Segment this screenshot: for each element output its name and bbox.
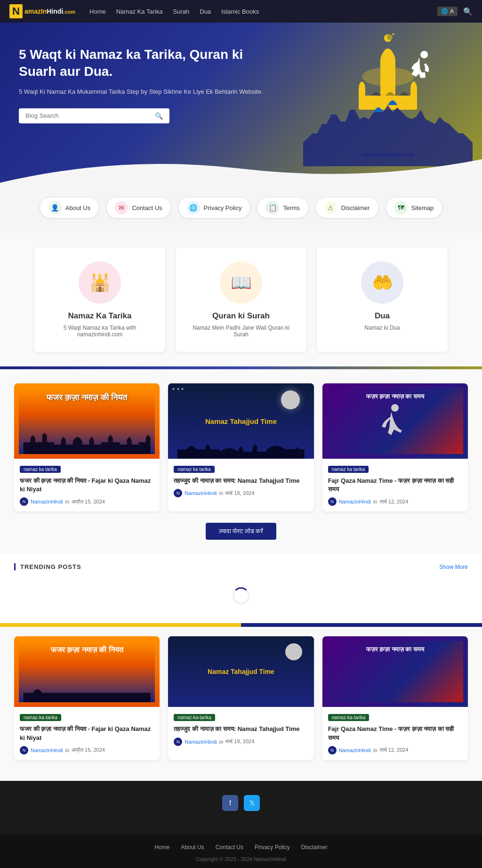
logo-icon: N bbox=[9, 4, 23, 18]
more-post-date-3: मार्च 12, 2024 bbox=[380, 747, 409, 753]
svg-point-9 bbox=[419, 50, 429, 59]
spinner bbox=[233, 587, 249, 604]
search-input[interactable] bbox=[25, 112, 155, 119]
more-post-meta-3: N NamazinHindi in मार्च 12, 2024 bbox=[328, 746, 462, 754]
more-post-date-2: मार्च 19, 2024 bbox=[225, 738, 254, 745]
more-post-title-1: फजर की क़ज़ा नमाज़ की नियत - Fajar ki Qa… bbox=[20, 725, 154, 742]
cat-title-dua: Dua bbox=[326, 311, 438, 321]
translate-button[interactable]: 🌐 A bbox=[437, 7, 458, 16]
quick-link-sitemap[interactable]: 🗺 Sitemap bbox=[386, 197, 443, 219]
post-date-3: मार्च 12, 2024 bbox=[380, 499, 409, 505]
more-post-body-3: namaz-ka-tarika Fajr Qaza Namaz Time - फ… bbox=[322, 707, 468, 760]
more-post-body-2: namaz-ka-tarika तहज्जुद की नामाज़ का समय… bbox=[168, 707, 313, 751]
trending-title: TRENDING POSTS bbox=[20, 563, 81, 570]
terms-icon: 📋 bbox=[266, 201, 279, 214]
quick-link-privacy[interactable]: 🌐 Privacy Policy bbox=[178, 197, 251, 219]
facebook-icon[interactable]: f bbox=[222, 795, 238, 811]
post-author-1: NamazinHindi bbox=[31, 499, 63, 504]
more-post-title-3: Fajr Qaza Namaz Time - फज़र क़ज़ा नमाज़ … bbox=[328, 725, 462, 742]
hero-section: 5 Waqt ki Namaz ka Tarika, Quran ki Suar… bbox=[0, 23, 482, 183]
more-post-tag-1: namaz-ka-tarika bbox=[20, 714, 61, 721]
footer-about[interactable]: About Us bbox=[181, 844, 204, 851]
quick-link-disclaimer[interactable]: ⚠ Disclaimer bbox=[315, 197, 379, 219]
footer-bottom: Home About Us Contact Us Privacy Policy … bbox=[0, 835, 482, 868]
more-post-meta-2: N NamazinHindi in मार्च 19, 2024 bbox=[174, 738, 308, 746]
site-logo[interactable]: N amazInHindi.com bbox=[9, 4, 75, 18]
post-card-3[interactable]: फज़र क़ज़ा नमाज़ का समय namaz ka tarika … bbox=[322, 383, 468, 511]
post-title-1: फजर की क़ज़ा नमाज़ की नियत - Fajar ki Qa… bbox=[20, 477, 154, 494]
quick-link-about[interactable]: 👤 About Us bbox=[40, 197, 99, 219]
nav-right: 🌐 A 🔍 bbox=[437, 7, 473, 16]
loading-spinner bbox=[14, 578, 468, 614]
author-avatar-1: N bbox=[20, 497, 28, 506]
show-more-button[interactable]: Show More bbox=[439, 564, 468, 570]
post3-thumb-text: फज़र क़ज़ा नमाज़ का समय bbox=[327, 393, 463, 400]
footer-home[interactable]: Home bbox=[154, 844, 169, 851]
cat-desc-surah: Namaz Mein Padhi Jane Wali Quran ki Sura… bbox=[185, 324, 297, 338]
more-post-card-2[interactable]: Namaz Tahajjud Time namaz-ka-tarika तहज्… bbox=[168, 636, 313, 760]
disclaimer-icon: ⚠ bbox=[324, 201, 337, 214]
post-author-2: NamazinHindi bbox=[185, 490, 217, 496]
more-post-meta-1: N NamazinHindi in अप्रैल 15, 2024 bbox=[20, 746, 154, 754]
post-card-2[interactable]: ✦ ✦ ✦ Namaz Tahajjud Time namaz ka tarik… bbox=[168, 383, 313, 511]
nav-home[interactable]: Home bbox=[89, 8, 106, 15]
more-author-avatar-1: N bbox=[20, 746, 28, 754]
hero-search-box: 🔍 bbox=[19, 108, 169, 123]
color-stripe bbox=[0, 623, 482, 627]
nav-books[interactable]: Islamic Books bbox=[221, 8, 259, 15]
quick-link-contact-label: Contact Us bbox=[132, 204, 162, 211]
cat-card-namaz[interactable]: 🕌 Namaz Ka Tarika 5 Waqt Namaz ka Tarika… bbox=[34, 247, 166, 352]
post-meta-in-3: in bbox=[373, 499, 378, 504]
cat-icon-namaz: 🕌 bbox=[79, 261, 121, 304]
nav-namaz[interactable]: Namaz Ka Tarika bbox=[116, 8, 163, 15]
cat-desc-dua: Namaz ki Dua bbox=[326, 324, 438, 331]
post2-thumb-text: Namaz Tahajjud Time bbox=[205, 417, 277, 425]
cat-card-surah[interactable]: 📖 Quran ki Surah Namaz Mein Padhi Jane W… bbox=[175, 247, 307, 352]
twitter-icon[interactable]: 𝕏 bbox=[244, 795, 260, 811]
sitemap-icon: 🗺 bbox=[394, 201, 408, 214]
cat-title-surah: Quran ki Surah bbox=[185, 311, 297, 321]
quick-link-disclaimer-label: Disclaimer bbox=[341, 204, 370, 211]
posts-section: फजर क़ज़ा नमाज़ की नियत namaz ka tarika … bbox=[0, 369, 482, 554]
post-body-1: namaz ka tarika फजर की क़ज़ा नमाज़ की नि… bbox=[14, 459, 160, 511]
search-icon[interactable]: 🔍 bbox=[155, 112, 163, 120]
post1-thumb-text: फजर क़ज़ा नमाज़ की नियत bbox=[19, 393, 155, 403]
nav-surah[interactable]: Surah bbox=[173, 8, 189, 15]
more-post-card-3[interactable]: फज़र क़ज़ा नमाज़ का समय namaz-ka-tarika … bbox=[322, 636, 468, 760]
more-post-author-1: NamazinHindi bbox=[31, 747, 63, 753]
more-post-title-2: तहज्जुद की नामाज़ का समय: Namaz Tahajjud… bbox=[174, 725, 308, 733]
footer-dark: f 𝕏 bbox=[0, 781, 482, 835]
about-icon: 👤 bbox=[48, 201, 62, 214]
footer-contact[interactable]: Contact Us bbox=[216, 844, 243, 851]
post-card-1[interactable]: फजर क़ज़ा नमाज़ की नियत namaz ka tarika … bbox=[14, 383, 160, 511]
quick-link-sitemap-label: Sitemap bbox=[411, 204, 434, 211]
footer-disclaimer[interactable]: Disclaimer bbox=[301, 844, 328, 851]
search-icon[interactable]: 🔍 bbox=[463, 7, 473, 16]
post-meta-3: N NamazinHindi in मार्च 12, 2024 bbox=[328, 497, 462, 506]
category-section: 🕌 Namaz Ka Tarika 5 Waqt Namaz ka Tarika… bbox=[0, 233, 482, 366]
load-more-button[interactable]: ज़्यादा पोस्ट लोड करें bbox=[206, 523, 277, 540]
post-tag-2: namaz ka tarika bbox=[174, 466, 215, 473]
quick-link-contact[interactable]: ✉ Contact Us bbox=[106, 197, 171, 219]
quick-link-terms[interactable]: 📋 Terms bbox=[257, 197, 308, 219]
more-post-thumbnail-3: फज़र क़ज़ा नमाज़ का समय bbox=[322, 636, 468, 707]
nav-links: Home Namaz Ka Tarika Surah Dua Islamic B… bbox=[89, 7, 437, 16]
footer-privacy[interactable]: Privacy Policy bbox=[255, 844, 290, 851]
posts-grid: फजर क़ज़ा नमाज़ की नियत namaz ka tarika … bbox=[14, 383, 468, 511]
more-post-card-1[interactable]: फजर क़ज़ा नमाज़ की नियत namaz-ka-tarika … bbox=[14, 636, 160, 760]
cat-icon-surah: 📖 bbox=[220, 261, 262, 304]
cat-desc-namaz: 5 Waqt Namaz ka Tarika with namazinhindi… bbox=[44, 324, 156, 338]
more-author-avatar-3: N bbox=[328, 746, 337, 754]
cat-card-dua[interactable]: 🤲 Dua Namaz ki Dua bbox=[316, 247, 448, 352]
trending-section: TRENDING POSTS Show More bbox=[0, 554, 482, 623]
post-title-2: तहज्जुद की नामाज़ का समय: Namaz Tahajjud… bbox=[174, 477, 308, 485]
footer-social: f 𝕏 bbox=[9, 795, 473, 811]
contact-icon: ✉ bbox=[115, 201, 128, 214]
nav-dua[interactable]: Dua bbox=[200, 8, 211, 15]
post-tag-1: namaz ka tarika bbox=[20, 466, 61, 473]
svg-point-10 bbox=[391, 404, 399, 412]
post-date-1: अप्रैल 15, 2024 bbox=[72, 499, 105, 505]
more-post-in-1: in bbox=[65, 747, 69, 753]
more-post-date-1: अप्रैल 15, 2024 bbox=[72, 747, 105, 753]
more-post-author-2: NamazinHindi bbox=[185, 739, 217, 745]
